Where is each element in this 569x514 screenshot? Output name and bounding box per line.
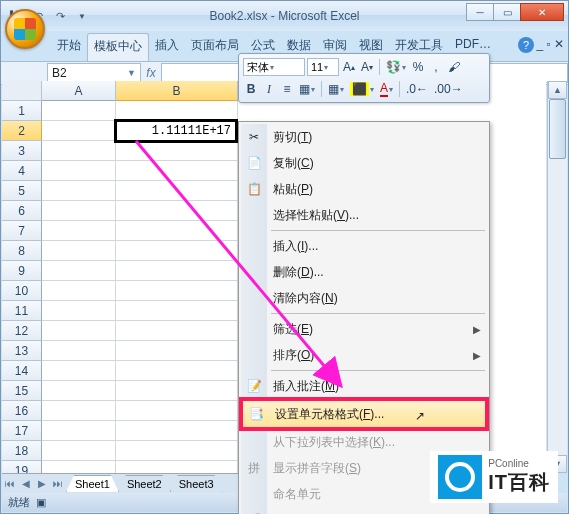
font-size-input[interactable]: 11▾ <box>307 58 339 76</box>
name-box[interactable]: B2 ▼ <box>47 63 141 83</box>
scroll-thumb[interactable] <box>549 99 566 159</box>
align-center-icon[interactable]: ≡ <box>279 80 295 98</box>
sheet-nav-first-icon[interactable]: ⏮ <box>2 478 18 489</box>
office-button[interactable] <box>5 9 45 49</box>
row-header-5[interactable]: 5 <box>2 181 42 201</box>
cell-A1[interactable] <box>42 101 116 121</box>
cell-B18[interactable] <box>116 441 238 461</box>
cell-B14[interactable] <box>116 361 238 381</box>
accounting-format-icon[interactable]: 💱▾ <box>384 58 408 76</box>
cell-B4[interactable] <box>116 161 238 181</box>
context-menu-item-1[interactable]: 📄复制(C) <box>241 150 487 176</box>
increase-decimal-icon[interactable]: .00→ <box>432 80 465 98</box>
cell-B12[interactable] <box>116 321 238 341</box>
cell-B9[interactable] <box>116 261 238 281</box>
ribbon-tab-2[interactable]: 插入 <box>149 33 185 61</box>
cell-A5[interactable] <box>42 181 116 201</box>
context-menu-item-0[interactable]: ✂剪切(T) <box>241 124 487 150</box>
close-button[interactable]: ✕ <box>520 3 564 21</box>
shrink-font-icon[interactable]: A▾ <box>359 58 375 76</box>
grow-font-icon[interactable]: A▴ <box>341 58 357 76</box>
cell-B5[interactable] <box>116 181 238 201</box>
font-name-input[interactable]: 宋体▾ <box>243 58 305 76</box>
bold-button[interactable]: B <box>243 80 259 98</box>
cell-A2[interactable] <box>42 121 116 141</box>
italic-button[interactable]: I <box>261 80 277 98</box>
macro-record-icon[interactable]: ▣ <box>36 496 46 509</box>
sheet-tab-Sheet1[interactable]: Sheet1 <box>66 475 119 492</box>
row-header-18[interactable]: 18 <box>2 441 42 461</box>
context-menu-item-12[interactable]: 📝插入批注(M) <box>241 373 487 399</box>
row-header-11[interactable]: 11 <box>2 301 42 321</box>
fill-color-icon[interactable]: ⬛▾ <box>348 80 376 98</box>
cell-A18[interactable] <box>42 441 116 461</box>
context-menu-item-3[interactable]: 选择性粘贴(V)... <box>241 202 487 228</box>
cell-A15[interactable] <box>42 381 116 401</box>
window-controls-doc[interactable]: _ ▫ ✕ <box>536 37 564 51</box>
cell-A6[interactable] <box>42 201 116 221</box>
context-menu-item-13[interactable]: 📑设置单元格格式(F)...↖ <box>239 397 489 431</box>
cell-B16[interactable] <box>116 401 238 421</box>
cell-B1[interactable] <box>116 101 238 121</box>
cell-A12[interactable] <box>42 321 116 341</box>
cell-A14[interactable] <box>42 361 116 381</box>
row-header-7[interactable]: 7 <box>2 221 42 241</box>
namebox-dropdown-icon[interactable]: ▼ <box>127 68 136 78</box>
cell-A8[interactable] <box>42 241 116 261</box>
context-menu-item-10[interactable]: 排序(O)▶ <box>241 342 487 368</box>
row-header-2[interactable]: 2 <box>2 121 42 141</box>
context-menu-item-7[interactable]: 清除内容(N) <box>241 285 487 311</box>
cell-B8[interactable] <box>116 241 238 261</box>
context-menu-item-5[interactable]: 插入(I)... <box>241 233 487 259</box>
ribbon-tab-1[interactable]: 模板中心 <box>87 33 149 61</box>
cell-A9[interactable] <box>42 261 116 281</box>
vertical-scrollbar[interactable]: ▲ ▼ <box>547 81 567 473</box>
cell-A10[interactable] <box>42 281 116 301</box>
row-header-17[interactable]: 17 <box>2 421 42 441</box>
cell-B10[interactable] <box>116 281 238 301</box>
sheet-nav-last-icon[interactable]: ⏭ <box>50 478 66 489</box>
row-header-10[interactable]: 10 <box>2 281 42 301</box>
row-header-12[interactable]: 12 <box>2 321 42 341</box>
cell-B17[interactable] <box>116 421 238 441</box>
format-painter-icon[interactable]: 🖌 <box>446 58 462 76</box>
help-button[interactable]: ? <box>518 37 534 53</box>
ribbon-tab-3[interactable]: 页面布局 <box>185 33 245 61</box>
cell-B13[interactable] <box>116 341 238 361</box>
sheet-nav-next-icon[interactable]: ▶ <box>34 478 50 489</box>
row-header-4[interactable]: 4 <box>2 161 42 181</box>
font-color-icon[interactable]: A▾ <box>378 80 395 98</box>
row-header-8[interactable]: 8 <box>2 241 42 261</box>
context-menu-item-9[interactable]: 筛选(E)▶ <box>241 316 487 342</box>
percent-icon[interactable]: % <box>410 58 426 76</box>
cell-A3[interactable] <box>42 141 116 161</box>
cell-B11[interactable] <box>116 301 238 321</box>
redo-icon[interactable]: ↷ <box>51 7 69 25</box>
sheet-tab-Sheet3[interactable]: Sheet3 <box>170 475 223 492</box>
context-menu-item-2[interactable]: 📋粘贴(P) <box>241 176 487 202</box>
cell-A7[interactable] <box>42 221 116 241</box>
column-header-A[interactable]: A <box>42 81 116 101</box>
ribbon-tab-0[interactable]: 开始 <box>51 33 87 61</box>
cell-B2[interactable]: 1.11111E+17 <box>114 119 238 143</box>
select-all-button[interactable] <box>2 81 42 101</box>
cell-A4[interactable] <box>42 161 116 181</box>
row-header-14[interactable]: 14 <box>2 361 42 381</box>
cell-A13[interactable] <box>42 341 116 361</box>
context-menu-item-6[interactable]: 删除(D)... <box>241 259 487 285</box>
row-header-1[interactable]: 1 <box>2 101 42 121</box>
cell-B7[interactable] <box>116 221 238 241</box>
decrease-decimal-icon[interactable]: .0← <box>404 80 430 98</box>
scroll-up-button[interactable]: ▲ <box>548 81 567 99</box>
row-header-15[interactable]: 15 <box>2 381 42 401</box>
cell-B6[interactable] <box>116 201 238 221</box>
comma-icon[interactable]: , <box>428 58 444 76</box>
cell-A16[interactable] <box>42 401 116 421</box>
row-header-6[interactable]: 6 <box>2 201 42 221</box>
cell-A11[interactable] <box>42 301 116 321</box>
merge-cells-icon[interactable]: ▦▾ <box>297 80 317 98</box>
sheet-nav-prev-icon[interactable]: ◀ <box>18 478 34 489</box>
row-header-16[interactable]: 16 <box>2 401 42 421</box>
cell-B3[interactable] <box>116 141 238 161</box>
sheet-tab-Sheet2[interactable]: Sheet2 <box>118 475 171 492</box>
